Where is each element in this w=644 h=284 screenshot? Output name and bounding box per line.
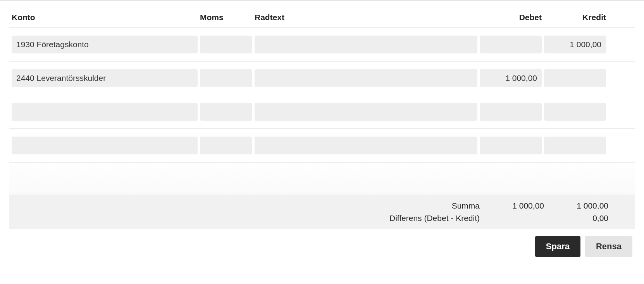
header-radtext: Radtext: [255, 13, 477, 22]
header-konto: Konto: [12, 13, 198, 22]
voucher-grid-container: Konto Moms Radtext Debet Kredit: [0, 7, 644, 261]
debet-input[interactable]: [480, 137, 542, 154]
radtext-input[interactable]: [255, 103, 477, 121]
debet-input[interactable]: [480, 69, 542, 87]
konto-input[interactable]: [12, 36, 198, 53]
table-row: [9, 62, 635, 95]
summary-section: Summa 1 000,00 1 000,00 Differens (Debet…: [9, 195, 635, 229]
spara-button[interactable]: Spara: [535, 236, 580, 257]
table-row: [9, 28, 635, 62]
summary-diff-row: Differens (Debet - Kredit) 0,00: [14, 212, 630, 224]
konto-input[interactable]: [12, 69, 198, 87]
moms-input[interactable]: [200, 69, 252, 87]
moms-input[interactable]: [200, 36, 252, 53]
header-moms: Moms: [200, 13, 252, 22]
diff-value: 0,00: [546, 214, 608, 223]
radtext-input[interactable]: [255, 69, 477, 87]
summa-label: Summa: [257, 201, 480, 210]
summa-kredit-value: 1 000,00: [546, 201, 608, 210]
kredit-input[interactable]: [544, 69, 606, 87]
rensa-button[interactable]: Rensa: [585, 236, 632, 257]
debet-input[interactable]: [480, 36, 542, 53]
button-row: Spara Rensa: [9, 229, 635, 261]
top-divider: [0, 0, 644, 1]
konto-input[interactable]: [12, 103, 198, 121]
radtext-input[interactable]: [255, 36, 477, 53]
header-kredit: Kredit: [544, 13, 606, 22]
kredit-input[interactable]: [544, 36, 606, 53]
diff-label: Differens (Debet - Kredit): [257, 214, 480, 223]
kredit-input[interactable]: [544, 103, 606, 121]
summa-debet-value: 1 000,00: [482, 201, 544, 210]
konto-input[interactable]: [12, 137, 198, 154]
moms-input[interactable]: [200, 103, 252, 121]
moms-input[interactable]: [200, 137, 252, 154]
radtext-input[interactable]: [255, 137, 477, 154]
debet-input[interactable]: [480, 103, 542, 121]
spacer-row: [9, 163, 635, 195]
kredit-input[interactable]: [544, 137, 606, 154]
summary-summa-row: Summa 1 000,00 1 000,00: [14, 200, 630, 212]
table-row: [9, 95, 635, 129]
table-header-row: Konto Moms Radtext Debet Kredit: [9, 7, 635, 28]
header-debet: Debet: [480, 13, 542, 22]
table-row: [9, 129, 635, 163]
